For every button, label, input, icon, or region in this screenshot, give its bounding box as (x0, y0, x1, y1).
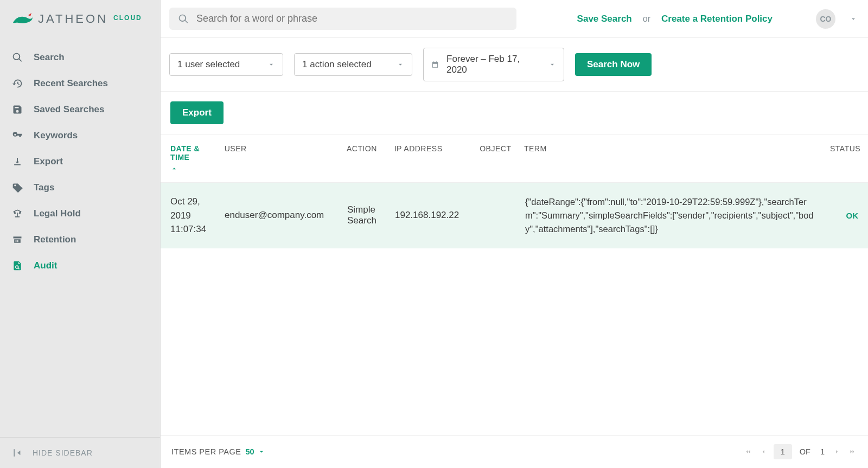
column-date-time[interactable]: DATE & TIME (166, 144, 220, 172)
cell-ip: 192.168.192.22 (391, 210, 476, 221)
column-status[interactable]: STATUS (826, 144, 863, 172)
sidebar-item-label: Tags (34, 182, 54, 193)
sidebar-item-label: Legal Hold (34, 208, 81, 219)
column-term[interactable]: TERM (520, 144, 826, 172)
sidebar-item-legal-hold[interactable]: Legal Hold (0, 201, 160, 227)
column-ip-address[interactable]: IP ADDRESS (390, 144, 476, 172)
cell-action: Simple Search (343, 204, 391, 226)
brand-suffix: CLOUD (113, 14, 142, 22)
sidebar-item-label: Audit (34, 260, 57, 271)
table-header: DATE & TIME USER ACTION IP ADDRESS OBJEC… (161, 134, 868, 183)
page-controls: 1 OF 1 (743, 444, 857, 459)
cell-date: Oct 29, 2019 11:07:34 (166, 195, 220, 236)
export-button[interactable]: Export (170, 101, 224, 124)
column-action[interactable]: ACTION (342, 144, 390, 172)
sort-asc-icon (170, 165, 178, 172)
save-search-link[interactable]: Save Search (577, 14, 632, 24)
column-user[interactable]: USER (220, 144, 342, 172)
search-icon (12, 52, 24, 63)
audit-table: DATE & TIME USER ACTION IP ADDRESS OBJEC… (161, 134, 868, 435)
sidebar-item-keywords[interactable]: Keywords (0, 123, 160, 149)
top-bar: Save Search or Create a Retention Policy… (161, 0, 868, 38)
sidebar-item-tags[interactable]: Tags (0, 175, 160, 201)
global-search[interactable] (169, 8, 516, 30)
column-object[interactable]: OBJECT (475, 144, 520, 172)
history-icon (12, 78, 24, 89)
page-number-input[interactable]: 1 (774, 444, 792, 459)
first-page-icon[interactable] (743, 448, 753, 456)
main-content: Save Search or Create a Retention Policy… (161, 0, 868, 468)
action-filter-value: 1 action selected (302, 59, 372, 70)
cell-status: OK (828, 211, 863, 220)
sidebar-item-label: Keywords (34, 130, 78, 141)
next-page-icon[interactable] (832, 448, 842, 456)
export-bar: Export (161, 92, 868, 134)
items-per-page-label: ITEMS PER PAGE (171, 447, 241, 456)
collapse-icon (12, 447, 23, 458)
brand-logo: JATHEON CLOUD (0, 0, 160, 42)
cell-term: {"dateRange":{"from":null,"to":"2019-10-… (521, 195, 828, 235)
sidebar-item-label: Retention (34, 234, 76, 245)
user-menu-toggle[interactable] (850, 15, 857, 23)
search-input[interactable] (196, 13, 508, 24)
calendar-icon (431, 61, 439, 68)
user-filter-dropdown[interactable]: 1 user selected (169, 53, 283, 76)
hide-sidebar-label: HIDE SIDEBAR (33, 448, 93, 457)
save-icon (12, 104, 24, 115)
prev-page-icon[interactable] (758, 448, 768, 456)
audit-icon (12, 260, 24, 271)
page-of-label: OF (800, 447, 810, 456)
page-total: 1 (820, 447, 825, 456)
chevron-down-icon (548, 61, 556, 68)
sidebar-item-saved-searches[interactable]: Saved Searches (0, 97, 160, 123)
sidebar-nav: Search Recent Searches Saved Searches Ke… (0, 42, 160, 437)
search-now-button[interactable]: Search Now (575, 53, 652, 76)
sidebar-item-label: Recent Searches (34, 78, 108, 89)
scales-icon (12, 208, 24, 219)
pagination-bar: ITEMS PER PAGE 50 1 OF 1 (161, 435, 868, 468)
sidebar-item-label: Search (34, 52, 65, 63)
download-icon (12, 156, 24, 167)
or-text: or (643, 14, 650, 24)
last-page-icon[interactable] (847, 448, 857, 456)
date-filter-dropdown[interactable]: Forever – Feb 17, 2020 (423, 48, 564, 81)
key-icon (12, 130, 24, 141)
sidebar-item-recent-searches[interactable]: Recent Searches (0, 70, 160, 97)
user-avatar[interactable]: CO (816, 9, 835, 29)
filter-bar: 1 user selected 1 action selected Foreve… (161, 38, 868, 92)
user-filter-value: 1 user selected (177, 59, 240, 70)
table-row[interactable]: Oct 29, 2019 11:07:34 enduser@company.co… (161, 183, 868, 248)
logo-icon (12, 12, 34, 26)
chevron-down-icon (267, 61, 275, 68)
sidebar: JATHEON CLOUD Search Recent Searches Sav… (0, 0, 161, 468)
sidebar-item-label: Export (34, 156, 63, 167)
tag-icon (12, 182, 24, 193)
retention-icon (12, 234, 24, 245)
sidebar-item-retention[interactable]: Retention (0, 227, 160, 253)
action-filter-dropdown[interactable]: 1 action selected (294, 53, 412, 76)
hide-sidebar-button[interactable]: HIDE SIDEBAR (0, 437, 160, 468)
create-retention-policy-link[interactable]: Create a Retention Policy (661, 14, 773, 24)
cell-user: enduser@company.com (220, 210, 343, 221)
brand-name: JATHEON (38, 12, 108, 26)
sidebar-item-export[interactable]: Export (0, 149, 160, 175)
date-filter-value: Forever – Feb 17, 2020 (446, 54, 541, 75)
sidebar-item-label: Saved Searches (34, 104, 104, 115)
items-per-page-toggle[interactable] (258, 448, 265, 456)
chevron-down-icon (397, 61, 404, 68)
search-icon (178, 14, 189, 24)
sidebar-item-audit[interactable]: Audit (0, 253, 160, 279)
items-per-page-value[interactable]: 50 (245, 447, 254, 456)
sidebar-item-search[interactable]: Search (0, 44, 160, 70)
